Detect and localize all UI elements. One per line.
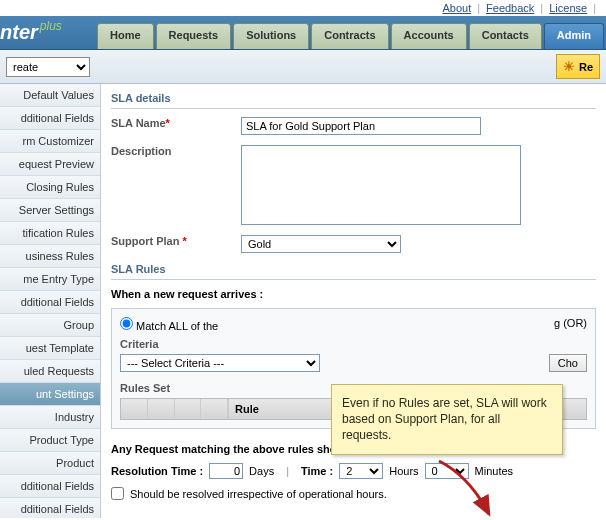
about-link[interactable]: About bbox=[442, 2, 471, 14]
sidebar-item[interactable]: dditional Fields bbox=[0, 291, 100, 314]
choose-button[interactable]: Cho bbox=[549, 354, 587, 372]
sidebar-item[interactable]: uest Template bbox=[0, 337, 100, 360]
nav-contracts[interactable]: Contracts bbox=[311, 23, 388, 49]
sla-rules-title: SLA Rules bbox=[111, 263, 596, 280]
minutes-label: Minutes bbox=[475, 465, 514, 477]
support-plan-row: Support Plan * Gold bbox=[111, 235, 596, 253]
criteria-label: Criteria bbox=[120, 338, 587, 350]
sidebar-item[interactable]: Server Settings bbox=[0, 199, 100, 222]
annotation-callout: Even if no Rules are set, SLA will work … bbox=[331, 384, 563, 455]
main-layout: Default Valuesdditional Fieldsrm Customi… bbox=[0, 84, 606, 518]
description-label: Description bbox=[111, 145, 241, 157]
sidebar-item[interactable]: Default Values bbox=[0, 84, 100, 107]
sla-name-label: SLA Name* bbox=[111, 117, 241, 129]
support-plan-label: Support Plan * bbox=[111, 235, 241, 247]
content-area: SLA details SLA Name* Description Suppor… bbox=[101, 84, 606, 518]
re-button-label: Re bbox=[579, 61, 593, 73]
description-input[interactable] bbox=[241, 145, 521, 225]
sidebar-item[interactable]: Industry bbox=[0, 406, 100, 429]
sidebar-item[interactable]: dditional Fields bbox=[0, 107, 100, 130]
resolution-time-row: Resolution Time : Days | Time : 2 Hours … bbox=[111, 463, 596, 479]
separator: | bbox=[477, 2, 480, 14]
license-link[interactable]: License bbox=[549, 2, 587, 14]
bulb-icon: ☀ bbox=[563, 59, 575, 74]
sidebar-item[interactable]: dditional Fields bbox=[0, 498, 100, 518]
sidebar-item[interactable]: uled Requests bbox=[0, 360, 100, 383]
sla-name-row: SLA Name* bbox=[111, 117, 596, 135]
hours-select[interactable]: 2 bbox=[339, 463, 383, 479]
match-all-radio[interactable]: Match ALL of the bbox=[120, 317, 218, 332]
days-input[interactable] bbox=[209, 463, 243, 479]
irrespective-checkbox[interactable] bbox=[111, 487, 124, 500]
sidebar-item[interactable]: Product bbox=[0, 452, 100, 475]
sla-name-input[interactable] bbox=[241, 117, 481, 135]
match-row: Match ALL of the g (OR) bbox=[120, 317, 587, 332]
nav-home[interactable]: Home bbox=[97, 23, 154, 49]
resolution-time-label: Resolution Time : bbox=[111, 465, 203, 477]
header: nter plus Home Requests Solutions Contra… bbox=[0, 16, 606, 50]
sidebar-item[interactable]: Closing Rules bbox=[0, 176, 100, 199]
re-button[interactable]: ☀ Re bbox=[556, 54, 600, 79]
sidebar-item[interactable]: Group bbox=[0, 314, 100, 337]
logo-suffix: plus bbox=[40, 19, 62, 33]
nav-requests[interactable]: Requests bbox=[156, 23, 232, 49]
sidebar-item[interactable]: usiness Rules bbox=[0, 245, 100, 268]
sidebar-item[interactable]: Product Type bbox=[0, 429, 100, 452]
nav-admin[interactable]: Admin bbox=[544, 23, 604, 49]
criteria-row: --- Select Criteria --- Cho bbox=[120, 354, 587, 372]
separator: | bbox=[593, 2, 596, 14]
match-all-radio-input[interactable] bbox=[120, 317, 133, 330]
create-select[interactable]: reate bbox=[6, 57, 90, 77]
support-plan-select[interactable]: Gold bbox=[241, 235, 401, 253]
sidebar-item[interactable]: tification Rules bbox=[0, 222, 100, 245]
rule-column-header: Rule bbox=[229, 403, 259, 415]
irrespective-label: Should be resolved irrespective of opera… bbox=[130, 488, 387, 500]
sidebar-item[interactable]: unt Settings bbox=[0, 383, 100, 406]
days-label: Days bbox=[249, 465, 274, 477]
main-nav: Home Requests Solutions Contracts Accoun… bbox=[97, 23, 606, 49]
sidebar-item[interactable]: dditional Fields bbox=[0, 475, 100, 498]
separator: | bbox=[540, 2, 543, 14]
irrespective-row: Should be resolved irrespective of opera… bbox=[111, 487, 596, 500]
minutes-select[interactable]: 0 bbox=[425, 463, 469, 479]
separator: | bbox=[286, 465, 289, 477]
nav-contacts[interactable]: Contacts bbox=[469, 23, 542, 49]
grid-spacer bbox=[121, 399, 229, 419]
nav-accounts[interactable]: Accounts bbox=[391, 23, 467, 49]
nav-solutions[interactable]: Solutions bbox=[233, 23, 309, 49]
time-label: Time : bbox=[301, 465, 333, 477]
logo-text: nter bbox=[0, 21, 38, 44]
description-row: Description bbox=[111, 145, 596, 225]
criteria-select[interactable]: --- Select Criteria --- bbox=[120, 354, 320, 372]
sidebar-item[interactable]: rm Customizer bbox=[0, 130, 100, 153]
top-link-bar: About | Feedback | License | bbox=[0, 0, 606, 16]
sidebar-item[interactable]: me Entry Type bbox=[0, 268, 100, 291]
sidebar: Default Valuesdditional Fieldsrm Customi… bbox=[0, 84, 101, 518]
logo: nter plus bbox=[0, 21, 62, 44]
or-label: g (OR) bbox=[554, 317, 587, 332]
feedback-link[interactable]: Feedback bbox=[486, 2, 534, 14]
hours-label: Hours bbox=[389, 465, 418, 477]
sub-toolbar: reate ☀ Re bbox=[0, 50, 606, 84]
when-request-label: When a new request arrives : bbox=[111, 288, 596, 300]
sla-details-title: SLA details bbox=[111, 92, 596, 109]
sidebar-item[interactable]: equest Preview bbox=[0, 153, 100, 176]
